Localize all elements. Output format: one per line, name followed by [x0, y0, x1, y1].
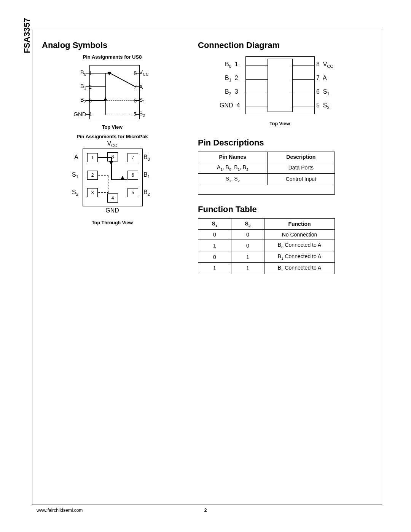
us8-r2-label: S1	[139, 96, 145, 104]
micropak-right-1: B1	[143, 171, 150, 179]
connection-diagram: B0 1 B1 2 B2 3 GND 4 8 VCC 7 A 6 S1 5 S2	[215, 54, 344, 119]
table-row: 0 1 B1 Connected to A	[198, 251, 335, 263]
pin-table-r1c1: Control Input	[267, 173, 335, 185]
func-r1c1: 0	[231, 240, 264, 251]
conn-r2-num: 6	[316, 88, 320, 95]
part-number-label: FSA3357	[22, 18, 32, 53]
func-h0: S1	[198, 218, 231, 230]
micropak-pad-6: 6	[127, 171, 138, 180]
micropak-left-0: A	[74, 154, 78, 161]
conn-l3-lbl: GND	[220, 102, 233, 109]
func-h1: S2	[231, 218, 264, 230]
func-r0c2: No Connection	[264, 230, 335, 240]
pin-table-r0c1: Data Ports	[267, 162, 335, 174]
micropak-right-2: B2	[143, 189, 150, 197]
micropak-right-0: B0	[143, 154, 150, 161]
pin-descriptions-table: Pin Names Description A1, B0, B1, B2 Dat…	[198, 152, 335, 195]
connection-diagram-heading: Connection Diagram	[198, 40, 362, 50]
function-table-heading: Function Table	[198, 204, 362, 214]
us8-r3-label: S2	[139, 110, 145, 118]
us8-l3-label: GND	[73, 111, 86, 117]
micropak-caption: Pin Assignments for MicroPak	[42, 134, 183, 139]
func-r0c1: 0	[231, 230, 264, 240]
micropak-pad-7: 7	[127, 153, 138, 162]
us8-view-caption: Top View	[42, 125, 183, 130]
conn-r1-lbl: A	[323, 75, 327, 81]
us8-r0-label: VCC	[139, 69, 148, 77]
conn-view-caption: Top View	[198, 121, 362, 126]
footer-page-number: 2	[204, 508, 207, 513]
table-row: S1, S2 Control Input	[198, 173, 335, 185]
table-row	[198, 185, 335, 194]
micropak-pad-8: 8	[107, 152, 118, 161]
table-row: 1 1 B2 Connected to A	[198, 262, 335, 274]
us8-caption: Pin Assignments for US8	[42, 54, 183, 60]
conn-l2-num: 3	[235, 88, 238, 95]
micropak-left-2: S2	[72, 189, 78, 197]
page-content: Analog Symbols Pin Assignments for US8 B…	[42, 38, 377, 274]
conn-r2-lbl: S1	[323, 88, 330, 95]
conn-r0-lbl: VCC	[323, 61, 333, 67]
pin-table-h1: Description	[267, 152, 335, 162]
analog-symbols-heading: Analog Symbols	[42, 40, 183, 50]
conn-r3-lbl: S2	[323, 102, 330, 109]
func-r0c0: 0	[198, 230, 231, 240]
function-table: S1 S2 Function 0 0 No Connection 1 0 B0 …	[198, 218, 335, 274]
micropak-pad-4: 4	[107, 193, 118, 203]
micropak-pad-3: 3	[87, 188, 98, 197]
func-r1c0: 1	[198, 240, 231, 251]
pin-table-r1c0: S1, S2	[198, 173, 268, 185]
func-h2: Function	[264, 218, 335, 230]
table-row: 1 0 B0 Connected to A	[198, 240, 335, 251]
us8-r1-label: A	[139, 83, 143, 90]
micropak-gnd: GND	[105, 207, 119, 214]
pin-table-r0c0: A1, B0, B1, B2	[198, 162, 268, 174]
conn-l1-num: 2	[235, 75, 238, 81]
func-r2c0: 0	[198, 251, 231, 263]
conn-l1-lbl: B1	[225, 75, 231, 81]
us8-diagram: B01 B12 B23 GND4 8VCC 7A 6S1 5S2	[63, 61, 162, 122]
func-r2c1: 1	[231, 251, 264, 263]
func-r3c0: 1	[198, 262, 231, 274]
conn-l0-lbl: B0	[225, 61, 231, 67]
micropak-pad-1: 1	[87, 153, 98, 162]
pin-table-h0: Pin Names	[198, 152, 268, 162]
conn-l0-num: 1	[235, 61, 238, 67]
micropak-view-caption: Top Through View	[42, 220, 183, 225]
conn-r3-num: 5	[316, 102, 320, 109]
func-r1c2: B0 Connected to A	[264, 240, 335, 251]
micropak-pad-5: 5	[127, 188, 138, 197]
micropak-left-1: S1	[72, 171, 78, 179]
conn-l2-lbl: B2	[225, 88, 231, 95]
func-r2c2: B1 Connected to A	[264, 251, 335, 263]
footer-url: www.fairchildsemi.com	[37, 508, 83, 513]
func-r3c2: B2 Connected to A	[264, 262, 335, 274]
table-row: 0 0 No Connection	[198, 230, 335, 240]
micropak-diagram: VCC 1 2 3 8 4 7 6 5 A S1 S2 B0 B1	[63, 142, 162, 218]
pin-descriptions-heading: Pin Descriptions	[198, 138, 362, 148]
conn-r1-num: 7	[316, 75, 320, 81]
table-row: A1, B0, B1, B2 Data Ports	[198, 162, 335, 174]
conn-r0-num: 8	[316, 61, 320, 67]
func-r3c1: 1	[231, 262, 264, 274]
micropak-vcc: VCC	[107, 140, 118, 148]
conn-l3-num: 4	[236, 102, 240, 109]
micropak-pad-2: 2	[87, 171, 98, 180]
